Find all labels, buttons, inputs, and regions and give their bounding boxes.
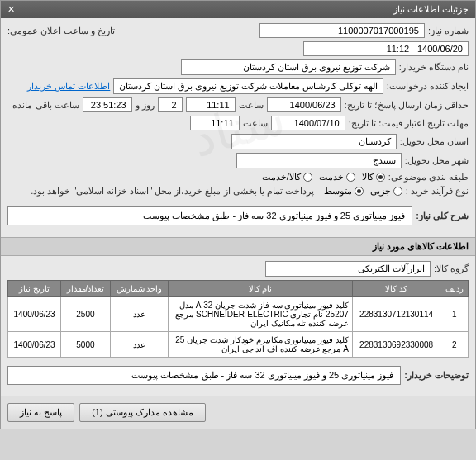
- items-section-title: اطلاعات کالاهای مورد نیاز: [1, 237, 475, 256]
- th-unit: واحد شمارش: [110, 281, 168, 297]
- category-label: طبقه بندی موضوعی:: [388, 172, 469, 183]
- window-header: جزئیات اطلاعات نیاز ✕: [1, 1, 475, 18]
- radio-label: جزیی: [370, 186, 391, 197]
- items-table: ردیف کد کالا نام کالا واحد شمارش تعداد/م…: [7, 280, 469, 358]
- radio-kala[interactable]: کالا: [362, 172, 385, 183]
- process-label: نوع فرآیند خرید :: [406, 186, 469, 197]
- cell-date: 1400/06/23: [8, 332, 61, 358]
- radio-medium[interactable]: متوسط: [324, 186, 364, 197]
- th-qty: تعداد/مقدار: [61, 281, 111, 297]
- time-label-2: ساعت: [243, 118, 268, 129]
- table-row: 12283130712130114کلید فیوز مینیاتوری سه …: [8, 297, 469, 332]
- deadline-date: 1400/06/23: [267, 97, 341, 112]
- category-radio-group: کالا خدمت کالا/خدمت: [262, 172, 385, 183]
- radio-icon: [376, 173, 385, 182]
- cell-code: 2283130712130114: [352, 297, 440, 332]
- buyer-value: شرکت توزیع نیروی برق استان کردستان: [181, 59, 396, 75]
- province-label: استان محل تحویل:: [400, 136, 469, 147]
- radio-label: متوسط: [324, 186, 352, 197]
- buyer-note-label: توضیحات خریدار:: [404, 370, 469, 381]
- group-value: ابزارآلات الکتریکی: [265, 261, 431, 277]
- cell-code: 2283130692330008: [352, 332, 440, 358]
- day-label: روز و: [136, 100, 155, 111]
- radio-icon: [303, 173, 312, 182]
- pub-date-label: تاریخ و ساعت اعلان عمومی:: [7, 26, 115, 36]
- radio-label: کالا: [362, 172, 374, 183]
- table-row: 22283130692330008کلید فیوز مینیاتوری مکا…: [8, 332, 469, 358]
- radio-label: کالا/خدمت: [262, 172, 301, 183]
- radio-khedmat[interactable]: خدمت: [319, 172, 355, 183]
- th-index: ردیف: [440, 281, 469, 297]
- contact-link[interactable]: اطلاعات تماس خریدار: [27, 81, 110, 92]
- deadline-time: 11:11: [186, 97, 236, 112]
- need-no-value: 1100007017000195: [259, 23, 425, 38]
- remain-time: 23:51:23: [83, 97, 132, 112]
- requester-value: الهه توکلی کارشناس معاملات شرکت توزیع نی…: [113, 78, 383, 94]
- time-label-1: ساعت: [239, 100, 264, 111]
- process-radio-group: جزیی متوسط: [324, 186, 402, 197]
- cell-date: 1400/06/23: [8, 297, 61, 332]
- remain-suffix: ساعت باقی مانده: [12, 100, 79, 111]
- window-title: جزئیات اطلاعات نیاز: [20, 4, 469, 15]
- desc-title: شرح کلی نیاز:: [416, 211, 469, 221]
- desc-text: فیوز مینیاتوری 25 و فیوز مینیاتوری 32 سه…: [7, 206, 412, 225]
- cell-qty: 2500: [61, 297, 111, 332]
- table-header-row: ردیف کد کالا نام کالا واحد شمارش تعداد/م…: [8, 281, 469, 297]
- validity-label: مهلت تاریخ اعتبار قیمت؛ تا تاریخ:: [349, 118, 469, 129]
- cell-name: کلید فیوز مینیاتوری مکانیزم خودکار شدت ج…: [169, 332, 353, 358]
- radio-both[interactable]: کالا/خدمت: [262, 172, 312, 183]
- th-name: نام کالا: [169, 281, 353, 297]
- form-area: شماره نیاز: 1100007017000195 تاریخ و ساع…: [1, 18, 475, 237]
- close-icon[interactable]: ✕: [7, 4, 15, 15]
- validity-date: 1400/07/10: [271, 116, 345, 130]
- buyer-label: نام دستگاه خریدار:: [399, 62, 469, 73]
- pub-date-value: 1400/06/20 - 11:12: [303, 41, 469, 56]
- process-note: پرداخت تمام یا بخشی از مبلغ خرید،از محل …: [31, 186, 314, 197]
- city-value: سنندج: [236, 153, 402, 168]
- cell-index: 2: [440, 332, 469, 358]
- requester-label: ایجاد کننده درخواست:: [387, 81, 469, 92]
- city-label: شهر محل تحویل:: [405, 155, 469, 166]
- group-label: گروه کالا:: [434, 263, 469, 274]
- cell-unit: عدد: [110, 297, 168, 332]
- footer-bar: مشاهده مدارک پیوستی (1) پاسخ به نیاز: [1, 396, 475, 429]
- need-no-label: شماره نیاز:: [428, 26, 469, 36]
- reply-button[interactable]: پاسخ به نیاز: [7, 403, 74, 422]
- buyer-note-text: فیوز مینیاتوری 25 و فیوز مینیاتوری 32 سه…: [7, 366, 401, 385]
- attachments-button[interactable]: مشاهده مدارک پیوستی (1): [79, 403, 206, 422]
- items-area: گروه کالا: ابزارآلات الکتریکی ردیف کد کا…: [1, 256, 475, 396]
- radio-icon: [355, 187, 364, 196]
- radio-label: خدمت: [319, 172, 344, 183]
- th-code: کد کالا: [352, 281, 440, 297]
- cell-index: 1: [440, 297, 469, 332]
- th-date: تاریخ نیاز: [8, 281, 61, 297]
- validity-time: 11:11: [190, 116, 240, 130]
- province-value: کردستان: [231, 134, 397, 149]
- radio-small[interactable]: جزیی: [370, 186, 402, 197]
- cell-qty: 5000: [61, 332, 111, 358]
- days-remaining: 2: [158, 97, 183, 112]
- radio-icon: [393, 187, 402, 196]
- cell-unit: عدد: [110, 332, 168, 358]
- cell-name: کلید فیوز مینیاتوری سه فاز شدت جریان 32 …: [169, 297, 353, 332]
- deadline-label: حداقل زمان ارسال پاسخ؛ تا تاریخ:: [345, 100, 469, 111]
- radio-icon: [346, 173, 355, 182]
